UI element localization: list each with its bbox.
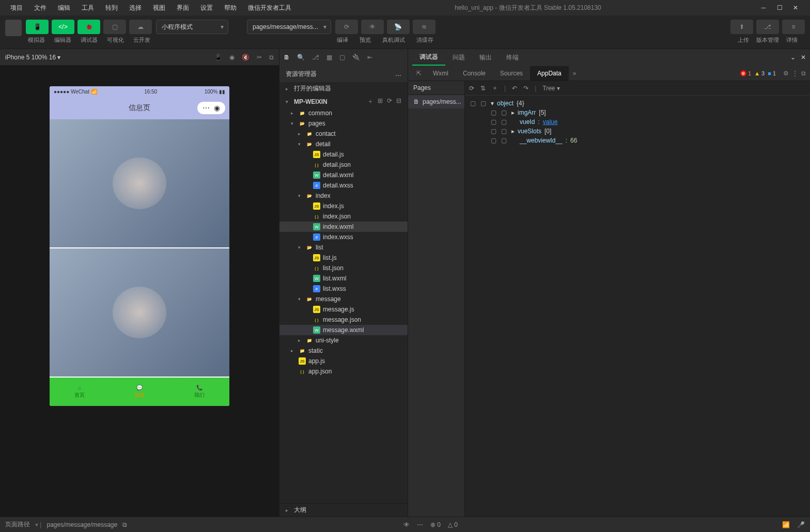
tab-message[interactable]: 💬 信息 — [110, 378, 169, 406]
data-row-imgArr[interactable]: ▢▢▸imgArr [5] — [470, 108, 805, 117]
plus-icon[interactable]: ＋ — [492, 84, 498, 92]
capsule-menu-icon[interactable]: ⋯ — [202, 104, 210, 112]
tree-item-detail.json[interactable]: { }detail.json — [279, 160, 408, 170]
tree-item-message[interactable]: ▾📂message — [279, 294, 408, 304]
tree-item-list.wxml[interactable]: Wlist.wxml — [279, 273, 408, 284]
refresh-icon[interactable]: ⟳ — [387, 97, 392, 106]
subtab-wxml[interactable]: Wxml — [426, 66, 456, 81]
capsule[interactable]: ⋯ ◉ — [197, 102, 225, 114]
tree-item-detail.wxss[interactable]: #detail.wxss — [279, 180, 408, 191]
subtab-sources[interactable]: Sources — [493, 66, 530, 81]
tab-output[interactable]: 输出 — [472, 49, 499, 66]
tab-terminal[interactable]: 终端 — [499, 49, 526, 66]
version-button[interactable]: ⎇ — [756, 20, 779, 34]
phone-icon[interactable]: 📱 — [214, 54, 222, 61]
subtab-appdata[interactable]: AppData — [530, 66, 569, 81]
search-icon[interactable]: 🔍 — [297, 54, 305, 61]
copy-path-icon[interactable]: ⧉ — [122, 521, 127, 528]
signal-icon[interactable]: 📶 — [782, 521, 790, 528]
menu-wechat[interactable]: 微信开发者工具 — [243, 2, 297, 14]
tree-item-index[interactable]: ▾📂index — [279, 191, 408, 201]
plug-icon[interactable]: 🔌 — [352, 54, 360, 61]
tab-home[interactable]: ⌂ 首页 — [50, 378, 110, 406]
phone-content[interactable] — [50, 119, 229, 378]
outline-section[interactable]: ▸ 大纲 — [279, 503, 408, 517]
tab-us[interactable]: 📞 我们 — [169, 378, 229, 406]
tree-item-pages[interactable]: ▾📂pages — [279, 118, 408, 129]
dock-icon[interactable]: ⧉ — [801, 70, 806, 77]
kebab-icon[interactable]: ⋮ — [792, 70, 798, 77]
tree-item-index.wxss[interactable]: #index.wxss — [279, 232, 408, 242]
page-dropdown[interactable]: pages/message/mess... — [247, 20, 331, 34]
menu-file[interactable]: 文件 — [29, 2, 52, 14]
tree-item-detail[interactable]: ▾📂detail — [279, 139, 408, 149]
up-down-icon[interactable]: ⇅ — [480, 85, 486, 92]
detail-button[interactable]: ≡ — [782, 20, 805, 34]
tree-mode[interactable]: Tree ▾ — [542, 85, 560, 92]
menu-goto[interactable]: 转到 — [100, 2, 123, 14]
remote-button[interactable]: 📡 — [387, 20, 410, 34]
mode-dropdown[interactable]: 小程序模式 — [156, 20, 228, 34]
tree-item-message.js[interactable]: JSmessage.js — [279, 304, 408, 315]
new-folder-icon[interactable]: ⊞ — [378, 97, 383, 106]
tab-problems[interactable]: 问题 — [445, 49, 472, 66]
tab-debugger[interactable]: 调试器 — [412, 49, 445, 66]
error-badge[interactable]: 1 — [740, 70, 751, 76]
upload-button[interactable]: ⬆ — [730, 20, 753, 34]
tree-item-list.js[interactable]: JSlist.js — [279, 253, 408, 263]
status-warnings[interactable]: △ 0 — [448, 521, 458, 528]
avatar[interactable] — [5, 20, 22, 36]
mic-icon[interactable]: 🎤 — [797, 521, 805, 528]
tree-item-uni-style[interactable]: ▸📁uni-style — [279, 335, 408, 346]
new-file-icon[interactable]: ＋ — [367, 97, 373, 106]
eye-icon[interactable]: 👁 — [403, 521, 410, 528]
tree-item-common[interactable]: ▸📁common — [279, 108, 408, 118]
tree-item-app.json[interactable]: { }app.json — [279, 366, 408, 377]
project-section[interactable]: ▾ MP-WEIXIN ＋ ⊞ ⟳ ⊟ — [279, 95, 408, 108]
menu-interface[interactable]: 界面 — [172, 2, 194, 14]
menu-view[interactable]: 视图 — [148, 2, 170, 14]
data-root[interactable]: ▢▢ ▾ object {4} — [470, 99, 805, 108]
info-badge[interactable]: 1 — [768, 70, 776, 76]
menu-project[interactable]: 项目 — [5, 2, 28, 14]
tree-item-index.js[interactable]: JSindex.js — [279, 201, 408, 211]
open-editors-section[interactable]: ▸ 打开的编辑器 — [279, 82, 408, 95]
box-icon[interactable]: ▢ — [339, 54, 345, 61]
tree-item-message.wxml[interactable]: Wmessage.wxml — [279, 325, 408, 335]
inspect-icon[interactable]: ⇱ — [412, 70, 426, 77]
record-icon[interactable]: ◉ — [229, 54, 235, 61]
page-item[interactable]: 🗎 pages/mess... — [408, 95, 464, 108]
extension-icon[interactable]: ▦ — [326, 54, 332, 61]
capsule-close-icon[interactable]: ◉ — [214, 104, 220, 112]
compile-button[interactable]: ⟳ — [335, 20, 358, 34]
editor-button[interactable]: </> — [52, 20, 74, 34]
maximize-button[interactable]: ☐ — [775, 4, 784, 12]
device-selector[interactable]: iPhone 5 100% 16 ▾ — [5, 54, 60, 61]
tree-item-index.json[interactable]: { }index.json — [279, 211, 408, 222]
visual-button[interactable]: ▢ — [103, 20, 126, 34]
tree-item-contact[interactable]: ▸📁contact — [279, 129, 408, 139]
tree-item-message.json[interactable]: { }message.json — [279, 315, 408, 325]
copy-icon[interactable]: ⧉ — [269, 54, 274, 61]
cloud-button[interactable]: ☁ — [129, 20, 152, 34]
menu-help[interactable]: 帮助 — [219, 2, 242, 14]
tree-item-index.wxml[interactable]: Windex.wxml — [279, 222, 408, 232]
mute-icon[interactable]: 🔇 — [242, 54, 250, 61]
more-tabs-icon[interactable]: » — [569, 70, 581, 77]
tree-item-static[interactable]: ▸📁static — [279, 346, 408, 356]
menu-select[interactable]: 选择 — [124, 2, 147, 14]
cache-button[interactable]: ≋ — [413, 20, 435, 34]
cut-icon[interactable]: ✂ — [257, 54, 262, 61]
tree-item-app.js[interactable]: JSapp.js — [279, 356, 408, 366]
simulator-button[interactable]: 📱 — [26, 20, 49, 34]
tree-item-list.wxss[interactable]: #list.wxss — [279, 284, 408, 294]
more-icon[interactable]: ⋯ — [417, 521, 423, 528]
tree-item-detail.js[interactable]: JSdetail.js — [279, 149, 408, 160]
preview-button[interactable]: 👁 — [361, 20, 384, 34]
tree-item-list.json[interactable]: { }list.json — [279, 263, 408, 273]
git-icon[interactable]: ⎇ — [312, 54, 319, 61]
chevron-down-icon[interactable]: ⌄ — [790, 54, 796, 61]
menu-settings[interactable]: 设置 — [195, 2, 218, 14]
tree-item-detail.wxml[interactable]: Wdetail.wxml — [279, 170, 408, 180]
collapse-icon[interactable]: ⊟ — [396, 97, 401, 106]
